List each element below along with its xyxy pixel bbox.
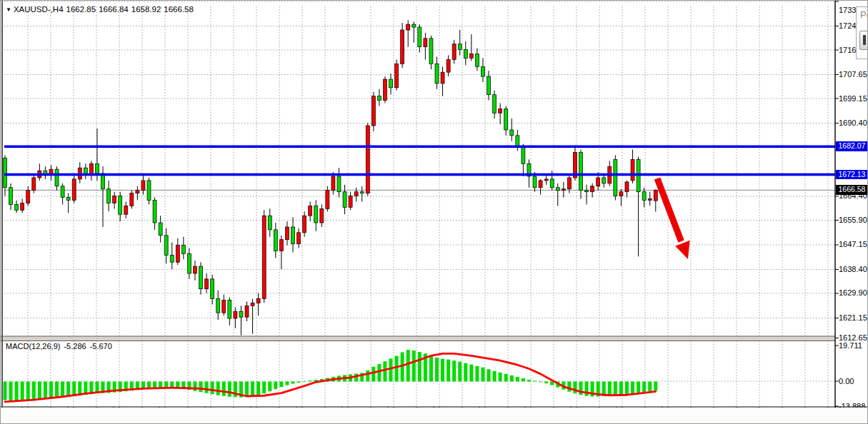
chart-frame <box>1 1 868 424</box>
macd-signal-line <box>5 353 656 402</box>
level-badge-upper: 1682.07 <box>836 141 868 151</box>
price-tick-label: 1629.90 <box>839 288 867 298</box>
symbol-dropdown-icon[interactable]: ▼ <box>6 6 11 13</box>
popup-button[interactable] <box>859 31 868 50</box>
macd-name: MACD(12,26,9) <box>6 342 60 350</box>
price-tick-label: 1647.15 <box>839 240 867 249</box>
level-badge-lower: 1672.13 <box>836 170 868 180</box>
ohlc-low: 1658.92 <box>131 5 161 14</box>
ohlc-close: 1666.58 <box>164 5 194 14</box>
chart-canvas[interactable] <box>1 1 868 424</box>
macd-scale-label: 19.711 <box>839 341 862 350</box>
macd-main-value: -5.286 <box>64 342 86 350</box>
macd-indicator-label: MACD(12,26,9)-5.286-5.670 <box>6 342 116 350</box>
macd-signal-value: -5.670 <box>90 342 112 350</box>
ohlc-high: 1666.84 <box>99 5 129 14</box>
price-tick-label: 1655.90 <box>839 216 867 225</box>
popup-clipped-text: Po <box>857 7 868 20</box>
macd-scale-label: 0.00 <box>839 377 854 386</box>
time-axis-strip[interactable] <box>1 408 868 424</box>
current-price-badge: 1666.58 <box>836 185 868 195</box>
clipped-popup: Po <box>856 6 868 59</box>
price-tick-label: 1690.40 <box>839 118 867 128</box>
mt4-chart-window: 1733.651724.901716.401707.651699.151690.… <box>0 0 868 424</box>
candlestick-series <box>4 20 658 335</box>
ohlc-open: 1662.85 <box>66 5 96 14</box>
symbol-timeframe: XAUUSD-,H4 <box>14 5 64 14</box>
price-tick-label: 1621.15 <box>839 313 867 323</box>
price-tick-label: 1707.65 <box>839 70 867 79</box>
sell-arrow-annotation[interactable] <box>657 178 690 259</box>
price-tick-label: 1699.15 <box>839 94 867 104</box>
price-tick-label: 1638.40 <box>839 265 867 274</box>
grid-layer <box>4 1 835 407</box>
macd-histogram <box>4 350 658 401</box>
chart-title: ▼XAUUSD-,H41662.851666.841658.921666.58 <box>6 5 196 14</box>
popup-button-icon <box>863 35 866 45</box>
level-lines[interactable] <box>4 146 835 176</box>
